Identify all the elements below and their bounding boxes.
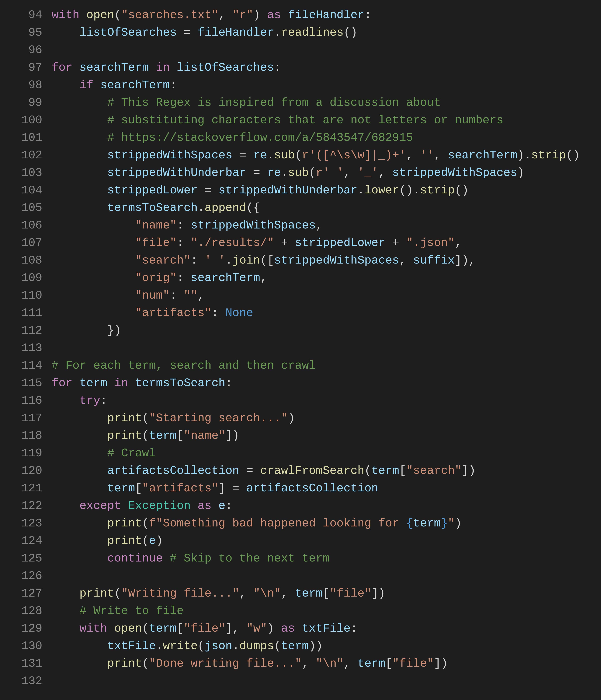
token-kw: as [198,499,211,512]
token-str: "" [184,289,198,302]
token-var: term [295,587,323,600]
code-line: 96 [0,41,601,59]
token-fn: print [107,657,142,670]
token-def [72,377,79,390]
token-var: artifactsCollection [246,482,378,495]
token-var: searchTerm [448,149,517,162]
token-def: ( [142,517,149,530]
code-line: 114# For each term, search and then craw… [0,357,601,374]
token-var: term [357,657,385,670]
token-str: "\n" [253,587,281,600]
token-cmt: # For each term, search and then crawl [52,359,316,372]
line-content: }) [52,322,601,339]
token-def [149,61,156,74]
token-str: " [448,517,455,530]
line-number: 119 [0,445,52,462]
token-def [52,587,79,600]
token-def: . [232,640,239,653]
code-line: 107 "file": "./results/" + strippedLower… [0,234,601,252]
token-def [52,464,107,477]
token-def [191,499,198,512]
code-line: 111 "artifacts": None [0,304,601,322]
token-var: artifactsCollection [107,464,239,477]
token-def: ({ [246,201,260,215]
token-def: ( [274,640,281,653]
token-var: term [107,482,135,495]
line-number: 126 [0,567,52,585]
code-line: 117 print("Starting search...") [0,409,601,427]
token-cmt: # Skip to the next term [170,552,330,565]
token-def: = [239,464,260,477]
line-number: 132 [0,672,52,690]
token-fn: print [79,587,114,600]
token-def: ( [142,622,149,635]
line-content: for term in termsToSearch: [52,374,601,392]
token-str: "file" [184,622,225,635]
line-number: 97 [0,59,52,76]
token-fn: print [107,429,142,442]
token-def: , [281,587,295,600]
token-def [52,306,135,320]
token-kw: with [79,622,107,635]
line-content: print(f"Something bad happened looking f… [52,515,601,532]
token-def: , [316,219,323,232]
token-def [52,499,79,512]
line-content: term["artifacts"] = artifactsCollection [52,479,601,497]
token-def: ( [142,534,149,547]
code-line: 124 print(e) [0,532,601,550]
token-def [52,254,135,267]
token-var: suffix [413,254,455,267]
line-content [52,567,601,585]
token-var: strippedWithSpaces [191,219,316,232]
token-def: ( [114,587,121,600]
line-content: strippedWithSpaces = re.sub(r'([^\s\w]|_… [52,147,601,164]
code-line: 120 artifactsCollection = crawlFromSearc… [0,462,601,479]
token-def: : [351,622,357,635]
token-fn: append [205,201,246,215]
token-def: + [274,236,295,249]
token-fn: sub [288,166,309,179]
token-def [52,289,135,302]
token-fn: open [114,622,142,635]
line-content: "artifacts": None [52,304,601,322]
token-kw: in [156,61,170,74]
code-line: 127 print("Writing file...", "\n", term[… [0,585,601,602]
token-var: term [413,517,441,530]
token-var: term [281,640,309,653]
code-line: 108 "search": ' '.join([strippedWithSpac… [0,252,601,269]
token-def [121,499,128,512]
token-def: : [225,377,232,390]
line-content [52,672,601,690]
token-str: "name" [184,429,225,442]
token-def [52,79,79,92]
line-content: for searchTerm in listOfSearches: [52,59,601,76]
token-kw: in [114,377,128,390]
token-var: strippedWithUnderbar [107,166,246,179]
token-str: "file" [392,657,434,670]
token-def: ) [517,166,524,179]
token-def: . [281,166,288,179]
token-str: "./results/" [191,236,274,249]
token-def: : [177,271,191,284]
line-number: 108 [0,252,52,269]
line-number: 118 [0,427,52,445]
code-line: 122 except Exception as e: [0,497,601,515]
token-def: () [344,26,357,39]
line-content: listOfSearches = fileHandler.readlines() [52,24,601,41]
line-number: 129 [0,620,52,637]
token-var: e [219,499,225,512]
token-str: "Starting search..." [149,411,288,425]
token-def: : [225,499,232,512]
line-number: 125 [0,550,52,567]
token-var: txtFile [107,640,156,653]
line-number: 102 [0,147,52,164]
token-def: : [211,306,225,320]
code-line: 99 # This Regex is inspired from a discu… [0,94,601,111]
token-fn: strip [420,184,455,197]
token-def [52,166,107,179]
code-line: 113 [0,339,601,357]
token-str: "file" [135,236,177,249]
code-line: 128 # Write to file [0,602,601,620]
token-def [52,640,107,653]
token-def: , [344,657,357,670]
